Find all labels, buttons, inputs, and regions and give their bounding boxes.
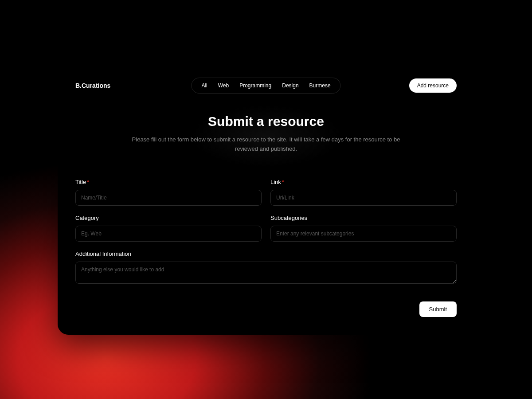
subcategories-group: Subcategories: [270, 215, 457, 242]
nav-item-burmese[interactable]: Burmese: [309, 82, 331, 89]
subcategories-input[interactable]: [270, 226, 457, 242]
required-marker: *: [87, 179, 89, 185]
category-label: Category: [75, 215, 262, 221]
nav-item-programming[interactable]: Programming: [239, 82, 271, 89]
title-input[interactable]: [75, 190, 262, 206]
form-actions: Submit: [75, 301, 457, 317]
main-nav: All Web Programming Design Burmese: [191, 78, 340, 94]
subcategories-label: Subcategories: [270, 215, 457, 221]
title-group: Title*: [75, 179, 262, 206]
additional-label: Additional Information: [75, 250, 457, 257]
hero: Submit a resource Please fill out the fo…: [75, 114, 457, 154]
submit-resource-form: Title* Link* Category Subcategories Addi…: [75, 179, 457, 317]
required-marker: *: [282, 179, 284, 185]
nav-item-all[interactable]: All: [201, 82, 207, 89]
title-label: Title*: [75, 179, 262, 185]
page-subtitle: Please fill out the form below to submit…: [124, 135, 408, 154]
link-group: Link*: [270, 179, 457, 206]
category-input[interactable]: [75, 226, 262, 242]
link-label-text: Link: [270, 179, 281, 185]
nav-item-design[interactable]: Design: [282, 82, 298, 89]
category-group: Category: [75, 215, 262, 242]
additional-textarea[interactable]: [75, 262, 457, 284]
page-title: Submit a resource: [75, 114, 457, 129]
link-input[interactable]: [270, 190, 457, 206]
app-window: B.Curations All Web Programming Design B…: [58, 64, 474, 335]
link-label: Link*: [270, 179, 457, 185]
additional-group: Additional Information: [75, 250, 457, 284]
title-label-text: Title: [75, 179, 86, 185]
add-resource-button[interactable]: Add resource: [409, 78, 457, 93]
nav-item-web[interactable]: Web: [218, 82, 229, 89]
submit-button[interactable]: Submit: [419, 301, 457, 317]
brand-logo[interactable]: B.Curations: [75, 82, 110, 89]
header: B.Curations All Web Programming Design B…: [75, 78, 457, 93]
